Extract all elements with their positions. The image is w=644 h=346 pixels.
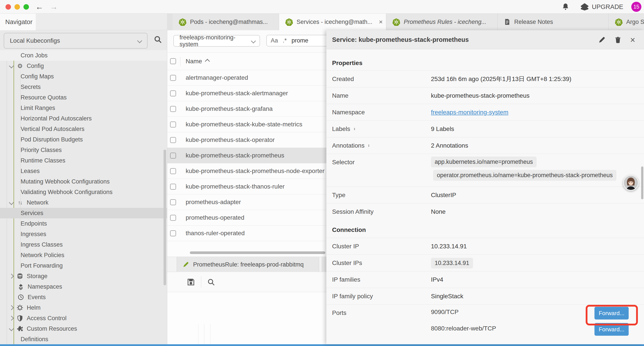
row-checkbox[interactable] — [170, 199, 176, 205]
service-details-drawer: Service: kube-prometheus-stack-prometheu… — [326, 30, 644, 344]
table-row[interactable]: kube-prometheus-stack-alertmanager — [167, 86, 342, 101]
forward-arrow-icon[interactable]: → — [50, 1, 58, 12]
sidebar-item-events[interactable]: Events — [0, 292, 167, 303]
tab-services-icecheng-math[interactable]: Services - icecheng@math...× — [279, 13, 386, 30]
back-arrow-icon[interactable]: ← — [36, 1, 44, 12]
tab-release-notes[interactable]: Release Notes — [498, 13, 609, 30]
upgrade-button[interactable]: UPGRADE — [580, 3, 623, 11]
row-checkbox[interactable] — [170, 153, 176, 159]
sidebar-item-mutating-webhook-configurations[interactable]: Mutating Webhook Configurations — [0, 176, 167, 187]
sidebar-item-resource-quotas[interactable]: Resource Quotas — [0, 92, 167, 103]
tabbar-gap — [167, 13, 172, 30]
row-checkbox[interactable] — [170, 122, 176, 127]
sidebar-item-runtime-classes[interactable]: Runtime Classes — [0, 155, 167, 166]
dock-tab-prometheusrule[interactable]: PrometheusRule: freeleaps-prod-rabbitmq — [177, 257, 319, 272]
sidebar-item-services[interactable]: Services — [0, 208, 167, 218]
sort-updown-icon[interactable]: ▲▼ — [354, 128, 355, 130]
sidebar-item-network[interactable]: ↑↓Network — [0, 197, 167, 208]
sidebar-item-vertical-pod-autoscalers[interactable]: Vertical Pod Autoscalers — [0, 124, 167, 134]
table-row[interactable]: alertmanager-operated — [167, 70, 342, 86]
tab-pods-icecheng-mathmas[interactable]: Pods - icecheng@mathmas... — [172, 13, 279, 30]
match-case-toggle[interactable]: Aa — [271, 37, 278, 44]
table-row[interactable]: thanos-ruler-operated — [167, 226, 342, 241]
notification-count-badge[interactable]: 15 — [631, 2, 641, 12]
editor-search-icon[interactable] — [207, 278, 215, 286]
column-header-name[interactable]: Name — [186, 52, 209, 70]
port-link[interactable]: 9090/TCP — [431, 309, 458, 316]
sidebar-item-storage[interactable]: Storage — [0, 271, 167, 281]
sidebar-item-port-forwarding[interactable]: Port Forwarding — [0, 260, 167, 271]
sort-updown-icon[interactable]: ▲▼ — [368, 144, 370, 147]
row-checkbox[interactable] — [170, 106, 176, 112]
row-checkbox[interactable] — [170, 184, 176, 190]
sidebar-item-pod-disruption-budgets[interactable]: Pod Disruption Budgets — [0, 134, 167, 145]
select-all-checkbox[interactable] — [170, 58, 176, 64]
chevron-right-icon[interactable] — [9, 274, 14, 279]
maximize-window-button[interactable] — [24, 4, 29, 10]
sidebar-item-access-control[interactable]: Access Control — [0, 313, 167, 324]
sidebar-item-config[interactable]: ⚙Config — [0, 61, 167, 71]
service-name: kube-prometheus-stack-grafana — [186, 105, 273, 112]
detail-row-created: Created253d 16h 6m ago (2025年1月13日 GMT+8… — [326, 70, 644, 87]
table-row[interactable]: prometheus-operated — [167, 210, 342, 226]
regex-toggle[interactable]: .* — [283, 37, 287, 44]
chevron-right-icon[interactable] — [9, 305, 14, 310]
chevron-right-icon[interactable] — [9, 316, 14, 321]
namespace-link[interactable]: freeleaps-monitoring-system — [431, 109, 508, 116]
tab-argo-se[interactable]: Argo Se — [609, 13, 644, 30]
row-checkbox[interactable] — [170, 137, 176, 143]
close-tab-icon[interactable]: × — [379, 18, 383, 26]
sidebar-item-ingresses[interactable]: Ingresses — [0, 229, 167, 239]
sidebar-item-definitions[interactable]: Definitions — [0, 334, 167, 344]
table-row[interactable]: kube-prometheus-stack-thanos-ruler — [167, 179, 342, 194]
sidebar-item-secrets[interactable]: Secrets — [0, 82, 167, 92]
delete-service-trash-icon[interactable] — [614, 36, 622, 43]
close-window-button[interactable] — [6, 4, 11, 10]
sidebar-item-horizontal-pod-autoscalers[interactable]: Horizontal Pod Autoscalers — [0, 113, 167, 124]
table-row[interactable]: kube-prometheus-stack-operator — [167, 132, 342, 148]
sidebar-item-priority-classes[interactable]: Priority Classes — [0, 145, 167, 155]
user-avatar[interactable] — [623, 175, 639, 191]
table-row[interactable]: prometheus-adapter — [167, 194, 342, 210]
sidebar-item-helm[interactable]: Helm — [0, 303, 167, 313]
row-checkbox[interactable] — [170, 75, 176, 81]
table-row[interactable]: kube-prometheus-stack-prometheus — [167, 148, 342, 163]
sidebar-item-validating-webhook-configurations[interactable]: Validating Webhook Configurations — [0, 187, 167, 197]
sidebar-item-limit-ranges[interactable]: Limit Ranges — [0, 103, 167, 113]
sidebar-item-network-policies[interactable]: Network Policies — [0, 250, 167, 260]
table-row[interactable]: kube-prometheus-stack-kube-state-metrics — [167, 117, 342, 132]
sidebar-item-custom-resources[interactable]: Custom Resources — [0, 324, 167, 334]
namespace-selector-dropdown[interactable]: freeleaps-monitoring-system — [174, 35, 260, 47]
close-drawer-icon[interactable]: × — [630, 36, 635, 43]
sidebar-scrollbar[interactable] — [164, 30, 166, 344]
edit-service-pencil-icon[interactable] — [598, 36, 606, 43]
sidebar-item-leases[interactable]: Leases — [0, 166, 167, 176]
row-checkbox[interactable] — [170, 90, 176, 96]
detail-row-type: TypeClusterIP — [326, 187, 644, 203]
table-row[interactable]: kube-prometheus-stack-prometheus-node-ex… — [167, 163, 342, 179]
horizontal-scrollbar[interactable] — [167, 251, 342, 255]
notifications-bell-icon[interactable] — [562, 3, 570, 11]
sidebar-item-label: Services — [20, 210, 44, 217]
minimize-window-button[interactable] — [14, 4, 20, 10]
chevron-down-icon[interactable] — [9, 326, 14, 331]
tab-prometheus-rules-icecheng[interactable]: Prometheus Rules - icecheng... — [386, 13, 498, 30]
yaml-editor[interactable]: 3metadata:4 annotations:5 kubectl.kubern… — [167, 292, 342, 344]
row-checkbox[interactable] — [170, 168, 176, 174]
sidebar-search-icon[interactable] — [154, 35, 162, 44]
row-checkbox[interactable] — [170, 230, 176, 236]
port-link[interactable]: 8080:reloader-web/TCP — [431, 325, 496, 332]
chevron-down-icon[interactable] — [9, 200, 14, 205]
sidebar-item-config-maps[interactable]: Config Maps — [0, 71, 167, 82]
chevron-down-icon[interactable] — [9, 63, 14, 68]
detail-label: Labels — [332, 125, 350, 132]
sidebar-item-cron-jobs[interactable]: Cron Jobs — [0, 50, 167, 61]
table-row[interactable]: kube-prometheus-stack-grafana — [167, 101, 342, 117]
sidebar-item-endpoints[interactable]: Endpoints — [0, 218, 167, 229]
sidebar-item-namespaces[interactable]: Namespaces — [0, 281, 167, 292]
kubeconfig-selector-dropdown[interactable]: Local Kubeconfigs — [4, 33, 148, 49]
sidebar-item-ingress-classes[interactable]: Ingress Classes — [0, 239, 167, 250]
drawer-scrollbar[interactable] — [641, 166, 643, 199]
row-checkbox[interactable] — [170, 215, 176, 221]
save-icon[interactable] — [186, 278, 195, 287]
